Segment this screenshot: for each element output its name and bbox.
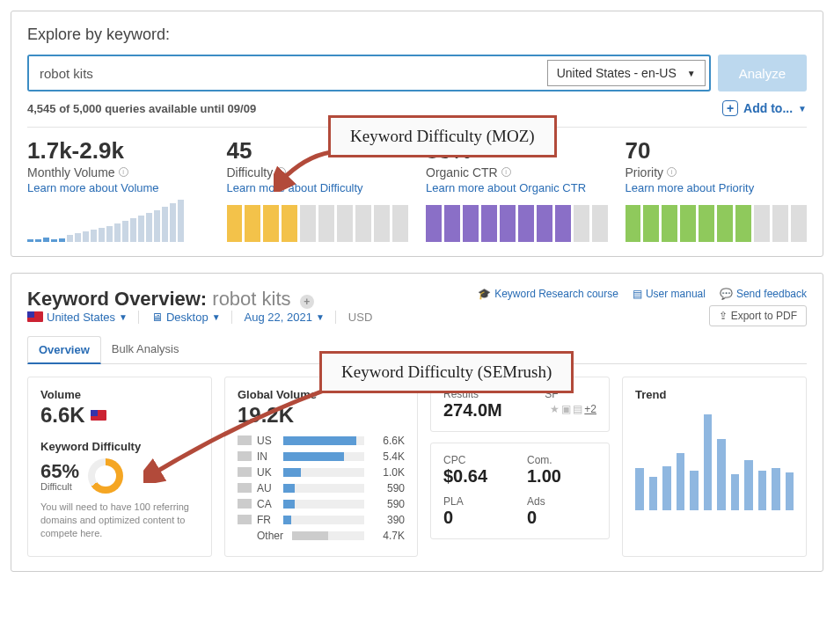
gv-val: 590 xyxy=(369,482,405,494)
cpc-label: CPC xyxy=(443,454,513,466)
explore-title: Explore by keyword: xyxy=(27,26,807,44)
date-filter[interactable]: Aug 22, 2021▼ xyxy=(245,311,336,324)
filter-row: United States▼ 🖥Desktop▼ Aug 22, 2021▼ U… xyxy=(27,311,372,324)
ads-label: Ads xyxy=(527,495,596,508)
trend-chart xyxy=(635,401,794,516)
book-icon: ▤ xyxy=(633,288,642,300)
pla-value: 0 xyxy=(443,508,513,528)
sf-icons: ★ ▣ ▤ +2 xyxy=(550,403,596,415)
gv-code: CA xyxy=(257,498,278,510)
metrics-column: Results 274.0M SF ★ ▣ ▤ +2 xyxy=(430,377,610,557)
annotation-moz: Keyword Difficulty (MOZ) xyxy=(328,115,557,157)
arrow-icon xyxy=(274,148,335,192)
sem-keyword: robot kits xyxy=(212,288,290,310)
ctr-bars xyxy=(426,205,608,242)
trend-bar xyxy=(731,474,740,509)
manual-link[interactable]: ▤User manual xyxy=(633,288,706,300)
annotation-semrush: Keyword Difficulty (SEMrush) xyxy=(319,351,574,393)
trend-bar xyxy=(717,439,726,509)
trend-label: Trend xyxy=(635,388,794,401)
star-icon: ★ xyxy=(550,403,560,415)
kd-desc: You will need to have 100 referring doma… xyxy=(40,501,199,541)
gv-val: 6.6K xyxy=(369,435,405,447)
com-label: Com. xyxy=(527,454,596,466)
quota-text: 4,545 of 5,000 queries available until 0… xyxy=(27,102,256,115)
gv-row: AU590 xyxy=(238,482,405,494)
gv-row: CA590 xyxy=(238,498,405,510)
sem-title: Keyword Overview: robot kits + xyxy=(27,288,372,311)
gv-code: AU xyxy=(257,482,278,494)
kd-donut-icon xyxy=(88,458,123,494)
add-to-button[interactable]: + Add to... ▼ xyxy=(722,100,807,116)
chat-icon: 💬 xyxy=(720,288,733,300)
gv-other-val: 4.7K xyxy=(369,530,405,542)
export-pdf-button[interactable]: ⇪Export to PDF xyxy=(709,305,807,326)
feedback-link[interactable]: 💬Send feedback xyxy=(720,288,807,300)
volume-chart xyxy=(27,205,209,242)
sf-more[interactable]: +2 xyxy=(584,403,596,415)
search-row: United States - en-US ▼ Analyze xyxy=(27,55,807,91)
arrow-icon xyxy=(143,386,328,483)
gv-row-other: Other4.7K xyxy=(238,530,405,542)
us-flag-icon xyxy=(91,410,106,421)
device-filter[interactable]: 🖥Desktop▼ xyxy=(151,311,232,324)
pla-label: PLA xyxy=(443,495,513,508)
trend-bar xyxy=(649,477,658,510)
graduation-icon: 🎓 xyxy=(478,288,491,300)
cpc-card: CPC$0.64 Com.1.00 PLA0 Ads0 xyxy=(430,443,610,539)
course-link[interactable]: 🎓Keyword Research course xyxy=(478,288,618,300)
trend-bar xyxy=(677,453,685,510)
ads-value: 0 xyxy=(527,508,596,528)
trend-bar xyxy=(786,472,794,509)
search-wrap: United States - en-US ▼ xyxy=(27,55,711,91)
info-icon: i xyxy=(667,167,677,177)
priority-label: Priorityi xyxy=(626,165,808,179)
flag-icon xyxy=(238,483,252,493)
stat-volume: 1.7k-2.9k Monthly Volumei Learn more abo… xyxy=(27,138,209,242)
upload-icon: ⇪ xyxy=(719,310,728,322)
chevron-down-icon: ▼ xyxy=(687,69,696,78)
volume-label: Monthly Volumei xyxy=(27,165,209,179)
trend-bar xyxy=(704,414,713,510)
gv-row: FR390 xyxy=(238,514,405,526)
results-value: 274.0M xyxy=(443,400,502,421)
trend-card: Trend xyxy=(622,377,807,557)
analyze-button[interactable]: Analyze xyxy=(718,55,807,91)
trend-bar xyxy=(662,466,671,510)
add-to-label: Add to... xyxy=(743,101,793,115)
box-icon: ▣ xyxy=(561,403,571,415)
volume-value: 1.7k-2.9k xyxy=(27,138,209,164)
country-filter[interactable]: United States▼ xyxy=(27,311,139,324)
kd-value: 65% xyxy=(40,460,79,483)
moz-panel: Explore by keyword: United States - en-U… xyxy=(11,11,823,257)
gv-val: 590 xyxy=(369,498,405,510)
region-select[interactable]: United States - en-US ▼ xyxy=(547,60,706,86)
semrush-panel: Keyword Overview: robot kits + United St… xyxy=(11,273,823,572)
plus-circle-icon[interactable]: + xyxy=(300,295,314,309)
tab-overview[interactable]: Overview xyxy=(27,336,101,364)
gv-val: 1.0K xyxy=(369,466,405,479)
tab-bulk[interactable]: Bulk Analysis xyxy=(101,336,190,363)
com-value: 1.00 xyxy=(527,466,596,487)
chevron-down-icon: ▼ xyxy=(119,312,128,322)
sem-header: Keyword Overview: robot kits + United St… xyxy=(27,288,807,331)
chevron-down-icon: ▼ xyxy=(316,312,325,322)
currency-label: USD xyxy=(348,311,372,324)
priority-bars xyxy=(626,205,808,242)
desktop-icon: 🖥 xyxy=(151,311,163,324)
trend-bar xyxy=(690,471,699,510)
learn-ctr-link[interactable]: Learn more about Organic CTR xyxy=(426,181,608,194)
sem-links: 🎓Keyword Research course ▤User manual 💬S… xyxy=(478,288,807,300)
learn-volume-link[interactable]: Learn more about Volume xyxy=(27,181,209,194)
learn-priority-link[interactable]: Learn more about Priority xyxy=(626,181,808,194)
gv-val: 390 xyxy=(369,514,405,526)
priority-value: 70 xyxy=(626,138,808,164)
flag-icon xyxy=(238,499,252,509)
chevron-down-icon: ▼ xyxy=(212,312,221,322)
stat-priority: 70 Priorityi Learn more about Priority xyxy=(626,138,808,242)
ctr-label: Organic CTRi xyxy=(426,165,608,179)
info-icon: i xyxy=(119,167,128,177)
keyword-input[interactable] xyxy=(29,56,544,90)
info-icon: i xyxy=(501,167,511,177)
us-flag-icon xyxy=(27,311,43,322)
